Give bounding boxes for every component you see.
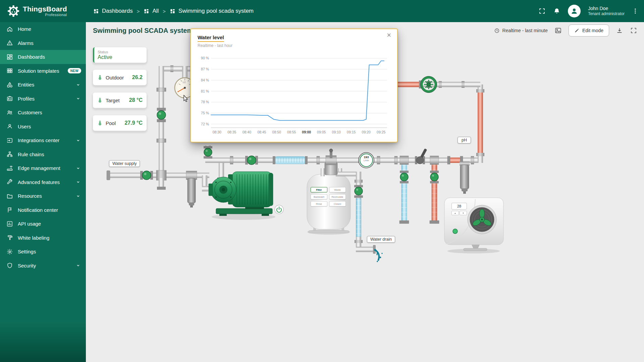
sidebar-item-rule-chains[interactable]: Rule chains: [0, 147, 86, 162]
breadcrumb-all[interactable]: All: [144, 8, 159, 14]
filter-mode-recirculate[interactable]: Recirculate: [329, 194, 346, 199]
water-drain-label: Water drain: [367, 236, 395, 243]
dashboards-icon: [6, 54, 13, 60]
svg-text:08:45: 08:45: [257, 130, 266, 134]
download-button[interactable]: [616, 27, 623, 34]
filter-mode-filter[interactable]: Filter: [311, 187, 327, 192]
sidebar-item-alarms[interactable]: Alarms: [0, 36, 86, 50]
chevron-down-icon: [75, 82, 81, 88]
svg-text:08:30: 08:30: [213, 130, 221, 134]
edge-management-icon: [6, 165, 13, 172]
notification-center-icon: [6, 206, 13, 213]
thingsboard-logo[interactable]: ThingsBoard Professional: [0, 5, 86, 17]
home-icon: [6, 26, 13, 33]
water-pump[interactable]: [209, 172, 273, 216]
heat-pump-setpoint-display: 28: [451, 203, 467, 209]
avatar[interactable]: [568, 5, 581, 17]
breadcrumb-current[interactable]: Swimming pool scada system: [170, 8, 254, 14]
sidebar-item-entities[interactable]: Entities: [0, 78, 86, 92]
sidebar-item-profiles[interactable]: Profiles: [0, 92, 86, 106]
fullscreen-icon: [630, 27, 637, 34]
sidebar-item-resources[interactable]: Resources: [0, 189, 86, 203]
dashboards-icon: [144, 8, 149, 14]
entities-icon: [6, 81, 13, 88]
sidebar-item-security[interactable]: Security: [0, 259, 86, 273]
flow-meter[interactable]: [359, 153, 374, 168]
setpoint-up-button[interactable]: ▲: [451, 211, 459, 215]
ball-valve[interactable]: [400, 171, 409, 183]
water-splash: [375, 249, 383, 262]
status-value: Active: [98, 54, 112, 60]
filter-mode-backwash[interactable]: Backwash: [311, 194, 327, 199]
chevron-down-icon: [75, 262, 81, 268]
ball-valve[interactable]: [354, 185, 363, 198]
modal-title: Water level: [198, 35, 224, 42]
sidebar-item-dashboards[interactable]: Dashboards: [0, 50, 86, 64]
svg-text:09:15: 09:15: [347, 130, 356, 134]
sidebar-item-white-labeling[interactable]: White labeling: [0, 231, 86, 245]
pool-temperature-card: Pool 27.9 °C: [93, 115, 147, 131]
gauge-label: 1/2: [182, 81, 186, 83]
sidebar-item-advanced-features[interactable]: Advanced features: [0, 175, 86, 189]
svg-text:08:50: 08:50: [272, 130, 281, 134]
ball-valve[interactable]: [157, 108, 166, 122]
sidebar-item-edge-management[interactable]: Edge management: [0, 161, 86, 175]
fullscreen-button[interactable]: [538, 7, 546, 15]
dashboard-fullscreen-button[interactable]: [630, 27, 637, 34]
api-usage-icon: [6, 221, 13, 227]
timewindow-button[interactable]: Realtime - last minute: [494, 28, 548, 34]
svg-text:90 %: 90 %: [201, 56, 209, 60]
image-export-button[interactable]: [554, 27, 562, 34]
brand-subtitle: Professional: [23, 13, 67, 17]
breadcrumb-dashboards[interactable]: Dashboards: [93, 8, 133, 14]
ball-valve[interactable]: [140, 171, 153, 180]
ball-valve[interactable]: [430, 171, 439, 183]
setpoint-down-button[interactable]: ▼: [460, 211, 467, 215]
water-level-modal: Water level Realtime - last hour × 72 %7…: [190, 28, 398, 142]
sidebar-item-home[interactable]: Home: [0, 22, 86, 36]
strainer-filter: [186, 171, 197, 207]
sidebar-item-customers[interactable]: Customers: [0, 106, 86, 120]
kebab-menu-icon: [632, 8, 639, 14]
svg-text:08:55: 08:55: [287, 130, 296, 134]
svg-text:09:25: 09:25: [377, 130, 385, 134]
sidebar-item-notification-center[interactable]: Notification center: [0, 203, 86, 217]
svg-text:09:05: 09:05: [317, 130, 326, 134]
water-level-chart: 72 %75 %78 %81 %84 %87 %90 %08:3008:3508…: [196, 51, 392, 139]
sidebar-item-users[interactable]: Users: [0, 120, 86, 134]
sidebar-item-integrations-center[interactable]: Integrations center: [0, 133, 86, 147]
notifications-button[interactable]: [553, 7, 560, 15]
top-header: ThingsBoard Professional Dashboards > Al…: [0, 0, 644, 22]
bell-icon: [553, 7, 560, 15]
user-info[interactable]: John Doe Tenant administrator: [588, 6, 625, 17]
svg-text:09:00: 09:00: [302, 130, 311, 134]
edit-mode-button[interactable]: Edit mode: [569, 24, 609, 37]
more-menu-button[interactable]: [632, 8, 639, 14]
close-button[interactable]: ×: [385, 31, 393, 39]
ball-valve[interactable]: [245, 156, 258, 165]
sidebar-item-settings[interactable]: Settings: [0, 245, 86, 259]
chevron-down-icon: [75, 179, 81, 185]
integrations-icon: [6, 137, 13, 144]
sidebar-item-api-usage[interactable]: API usage: [0, 217, 86, 231]
svg-text:08:40: 08:40: [243, 130, 251, 134]
ball-valve[interactable]: [204, 146, 212, 159]
svg-text:78 %: 78 %: [201, 100, 209, 104]
brand-name: ThingsBoard: [23, 5, 67, 13]
spinner-up-icon: ▲: [454, 212, 456, 214]
breadcrumb: Dashboards > All > Swimming pool scada s…: [93, 8, 254, 14]
outdoor-temperature-card: Outdoor 26.2: [93, 70, 147, 85]
multiport-valve: [325, 149, 337, 175]
pump-power-button[interactable]: [275, 205, 283, 214]
thermometer-icon: [97, 120, 103, 126]
water-supply-label: Water supply: [109, 160, 140, 167]
filter-mode-rinse[interactable]: Rinse: [311, 201, 327, 206]
sidebar-item-solution-templates[interactable]: Solution templates NEW: [0, 64, 86, 78]
user-icon: [570, 7, 578, 15]
page-title: Swimming pool SCADA system: [93, 27, 193, 35]
filter-mode-closed[interactable]: Closed: [329, 201, 346, 206]
white-labeling-icon: [6, 234, 13, 241]
rule-chains-icon: [6, 151, 13, 158]
svg-text:09:10: 09:10: [332, 130, 341, 134]
filter-mode-waste[interactable]: Waste: [329, 187, 346, 192]
